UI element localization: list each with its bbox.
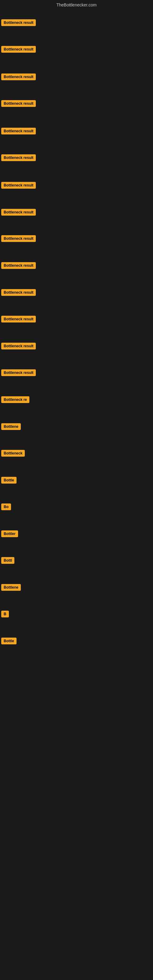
- bottleneck-badge[interactable]: Bottleneck result: [1, 100, 36, 107]
- result-row: Bottleneck result: [0, 287, 37, 299]
- bottleneck-badge[interactable]: Bottleneck result: [1, 46, 36, 52]
- bottleneck-badge[interactable]: Bottleneck result: [1, 262, 36, 269]
- result-row: Bottl: [0, 555, 16, 567]
- bottleneck-badge[interactable]: Bottleneck re: [1, 396, 29, 403]
- result-row: Bo: [0, 502, 12, 513]
- result-row: Bottleneck result: [0, 207, 37, 219]
- result-row: Bottleneck result: [0, 18, 37, 29]
- site-title: TheBottlenecker.com: [0, 0, 153, 10]
- bottleneck-badge[interactable]: Bottle: [1, 638, 16, 644]
- bottleneck-badge[interactable]: Bo: [1, 503, 11, 510]
- result-row: B: [0, 609, 10, 620]
- bottleneck-badge[interactable]: Bottleneck result: [1, 235, 36, 242]
- result-row: Bottleneck result: [0, 260, 37, 272]
- bottleneck-badge[interactable]: Bottlene: [1, 584, 21, 591]
- bottleneck-badge[interactable]: Bottleneck result: [1, 209, 36, 216]
- result-row: Bottleneck result: [0, 341, 37, 353]
- result-row: Bottlene: [0, 582, 22, 594]
- bottleneck-badge[interactable]: Bottleneck result: [1, 154, 36, 161]
- result-row: Bottleneck result: [0, 72, 37, 83]
- bottleneck-badge[interactable]: Bottleneck result: [1, 182, 36, 189]
- result-row: Bottle: [0, 636, 18, 648]
- bottleneck-badge[interactable]: Bottleneck result: [1, 73, 36, 80]
- bottleneck-badge[interactable]: Bottleneck result: [1, 343, 36, 350]
- bottleneck-badge[interactable]: Bottleneck result: [1, 19, 36, 26]
- result-row: Bottlene: [0, 422, 22, 433]
- result-row: Bottleneck: [0, 448, 26, 460]
- result-row: Bottleneck result: [0, 180, 37, 192]
- bottleneck-badge[interactable]: Bottleneck result: [1, 128, 36, 134]
- result-row: Bottleneck result: [0, 98, 37, 110]
- bottleneck-badge[interactable]: B: [1, 611, 9, 617]
- result-row: Bottler: [0, 528, 19, 540]
- result-row: Bottle: [0, 475, 18, 487]
- bottleneck-badge[interactable]: Bottleneck result: [1, 316, 36, 323]
- result-row: Bottleneck result: [0, 153, 37, 164]
- result-row: Bottleneck result: [0, 368, 37, 379]
- bottleneck-badge[interactable]: Bottlene: [1, 423, 21, 430]
- bottleneck-badge[interactable]: Bottl: [1, 557, 14, 564]
- bottleneck-badge[interactable]: Bottle: [1, 477, 16, 484]
- bottleneck-badge[interactable]: Bottler: [1, 530, 18, 537]
- result-row: Bottleneck result: [0, 44, 37, 56]
- bottleneck-badge[interactable]: Bottleneck result: [1, 369, 36, 376]
- result-row: Bottleneck result: [0, 233, 37, 245]
- result-row: Bottleneck result: [0, 126, 37, 137]
- result-row: Bottleneck result: [0, 314, 37, 326]
- page-wrapper: TheBottlenecker.com Bottleneck resultBot…: [0, 0, 153, 980]
- bottleneck-badge[interactable]: Bottleneck result: [1, 289, 36, 296]
- result-row: Bottleneck re: [0, 395, 30, 406]
- bottleneck-badge[interactable]: Bottleneck: [1, 450, 25, 457]
